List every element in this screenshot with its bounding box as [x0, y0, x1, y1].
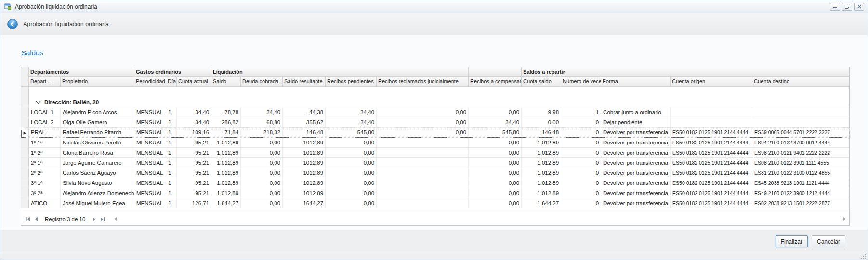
group-header-saldos-a-repartir[interactable]: Saldos a repartir	[522, 67, 849, 77]
nav-first-button[interactable]	[24, 215, 32, 223]
cell-depart[interactable]: 3º 2ª	[29, 188, 61, 198]
cell-cuenta_origen[interactable]: ES50 0182 0125 1901 2144 4444	[671, 168, 752, 178]
cell-num_veces[interactable]: 0	[561, 168, 601, 178]
cell-saldo_resultante[interactable]: -44,38	[283, 107, 326, 117]
cell-saldo[interactable]: 286,82	[211, 117, 241, 128]
cell-deuda_cobrada[interactable]: 0,00	[241, 148, 283, 158]
cell-depart[interactable]: ATICO	[29, 198, 61, 208]
cell-saldo[interactable]: 1.644,27	[211, 198, 241, 208]
cell-saldo_resultante[interactable]: 1012,89	[283, 138, 326, 148]
cell-propietario[interactable]: Carlos Saenz Aguayo	[61, 168, 134, 178]
grid-row-7[interactable]: 2º 2ªCarlos Saenz AguayoMENSUAL195,211.0…	[21, 168, 849, 178]
group-header-gastos-ordinarios[interactable]: Gastos ordinarios	[134, 67, 211, 77]
title-bar[interactable]: Aprobación liquidación ordinaria	[0, 0, 868, 13]
cell-num_veces[interactable]: 0	[561, 117, 601, 128]
column-header-cuenta_destino[interactable]: Cuenta destino	[752, 77, 849, 87]
cell-recibos_reclamados[interactable]: 0,00	[377, 107, 469, 117]
cell-cuenta_destino[interactable]	[752, 107, 849, 117]
cell-deuda_cobrada[interactable]: 0,00	[241, 198, 283, 208]
cell-propietario[interactable]: José Miguel Mulero Egea	[61, 198, 134, 208]
cell-dia[interactable]: 1	[166, 198, 177, 208]
cell-recibos_pendientes[interactable]: 34,40	[326, 107, 377, 117]
cell-recibos_reclamados[interactable]	[377, 178, 469, 188]
grid-row-5[interactable]: 1º 2ªGloria Barreiro RosaMENSUAL195,211.…	[21, 148, 849, 158]
cell-dia[interactable]: 1	[166, 188, 177, 198]
row-indicator[interactable]	[21, 198, 29, 208]
cell-deuda_cobrada[interactable]: 34,40	[241, 107, 283, 117]
cell-recibos_reclamados[interactable]	[377, 198, 469, 208]
cell-saldo_resultante[interactable]: 1012,89	[283, 168, 326, 178]
cell-recibos_compensar[interactable]: 0,00	[469, 138, 522, 148]
row-indicator[interactable]: ▶	[21, 128, 29, 138]
cell-cuota_actual[interactable]: 95,21	[177, 148, 211, 158]
cell-cuenta_origen[interactable]	[671, 117, 752, 128]
cell-cuota_saldo[interactable]: 9,98	[522, 107, 561, 117]
column-header-recibos_reclamados[interactable]: Recibos reclamados judicialmente	[377, 77, 469, 87]
cell-periodicidad[interactable]: MENSUAL	[134, 158, 166, 168]
cell-cuota_saldo[interactable]: 1.644,27	[522, 198, 561, 208]
cell-cuenta_destino[interactable]: ES81 2100 0122 3100 0122 4855	[752, 168, 849, 178]
column-header-cuota_saldo[interactable]: Cuota saldo	[522, 77, 561, 87]
cell-recibos_compensar[interactable]: 0,00	[469, 107, 522, 117]
cell-dia[interactable]: 1	[166, 168, 177, 178]
cell-cuenta_destino[interactable]: ES98 2100 0121 9401 2222 2222	[752, 148, 849, 158]
nav-next-button[interactable]	[90, 215, 98, 223]
cell-cuota_saldo[interactable]: 1.012,89	[522, 158, 561, 168]
cell-depart[interactable]: 2ª 1ª	[29, 158, 61, 168]
cell-forma[interactable]: Devolver por transferencia	[601, 128, 671, 138]
cell-deuda_cobrada[interactable]: 68,80	[241, 117, 283, 128]
cell-forma[interactable]: Dejar pendiente	[601, 117, 671, 128]
cell-propietario[interactable]: Rafael Ferrando Pitarch	[61, 128, 134, 138]
cell-recibos_pendientes[interactable]: 0,00	[326, 148, 377, 158]
row-indicator[interactable]	[21, 117, 29, 128]
cell-cuota_actual[interactable]: 109,16	[177, 128, 211, 138]
nav-last-button[interactable]	[98, 215, 106, 223]
cell-recibos_pendientes[interactable]: 34,40	[326, 117, 377, 128]
cell-recibos_pendientes[interactable]: 0,00	[326, 188, 377, 198]
column-header-recibos_compensar[interactable]: Recibos a compensar	[469, 77, 522, 87]
cell-cuenta_origen[interactable]: ES50 0182 0125 1901 2144 4444	[671, 148, 752, 158]
cell-cuenta_origen[interactable]: ES50 0182 0125 1901 2144 4444	[671, 138, 752, 148]
cancelar-button[interactable]: Cancelar	[812, 235, 845, 247]
cell-forma[interactable]: Devolver por transferencia	[601, 148, 671, 158]
cell-depart[interactable]: 1º 1ª	[29, 138, 61, 148]
cell-propietario[interactable]: Alejandro Picon Arcos	[61, 107, 134, 117]
group-header-liquidacion[interactable]: Liquidación	[211, 67, 469, 77]
cell-recibos_reclamados[interactable]: 0,00	[377, 117, 469, 128]
cell-propietario[interactable]: Jorge Aguirre Camarero	[61, 158, 134, 168]
cell-periodicidad[interactable]: MENSUAL	[134, 198, 166, 208]
cell-saldo[interactable]: 1.012,89	[211, 158, 241, 168]
row-indicator[interactable]	[21, 168, 29, 178]
cell-dia[interactable]: 1	[166, 107, 177, 117]
column-header-num_veces[interactable]: Número de veces	[561, 77, 601, 87]
cell-recibos_pendientes[interactable]: 0,00	[326, 198, 377, 208]
grid-row-6[interactable]: 2ª 1ªJorge Aguirre CamareroMENSUAL195,21…	[21, 158, 849, 168]
column-header-cuota_actual[interactable]: Cuota actual	[177, 77, 211, 87]
cell-num_veces[interactable]: 0	[561, 198, 601, 208]
cell-recibos_reclamados[interactable]	[377, 148, 469, 158]
column-header-deuda_cobrada[interactable]: Deuda cobrada	[241, 77, 283, 87]
scrollbar-track[interactable]	[119, 219, 841, 219]
cell-periodicidad[interactable]: MENSUAL	[134, 148, 166, 158]
group-header-sin-grupo[interactable]	[469, 67, 522, 77]
cell-depart[interactable]: 3º 1ª	[29, 178, 61, 188]
row-indicator[interactable]	[21, 188, 29, 198]
horizontal-scrollbar[interactable]	[113, 217, 847, 221]
grid-row-9[interactable]: 3º 2ªAlejandro Atienza DomenechMENSUAL19…	[21, 188, 849, 198]
cell-deuda_cobrada[interactable]: 0,00	[241, 158, 283, 168]
cell-saldo[interactable]: 1.012,89	[211, 148, 241, 158]
cell-forma[interactable]: Devolver por transferencia	[601, 198, 671, 208]
cell-forma[interactable]: Cobrar junto a ordinario	[601, 107, 671, 117]
cell-cuota_actual[interactable]: 34,40	[177, 107, 211, 117]
cell-periodicidad[interactable]: MENSUAL	[134, 107, 166, 117]
cell-cuenta_destino[interactable]: ES49 2100 0122 3900 1212 4444	[752, 188, 849, 198]
cell-deuda_cobrada[interactable]: 0,00	[241, 178, 283, 188]
row-indicator[interactable]	[21, 138, 29, 148]
cell-propietario[interactable]: Alejandro Atienza Domenech	[61, 188, 134, 198]
group-collapse-icon[interactable]	[36, 99, 41, 105]
cell-cuota_saldo[interactable]: 1.012,89	[522, 188, 561, 198]
close-button[interactable]	[854, 3, 864, 11]
cell-cuota_actual[interactable]: 95,21	[177, 158, 211, 168]
cell-depart[interactable]: 2º 2ª	[29, 168, 61, 178]
cell-deuda_cobrada[interactable]: 0,00	[241, 138, 283, 148]
